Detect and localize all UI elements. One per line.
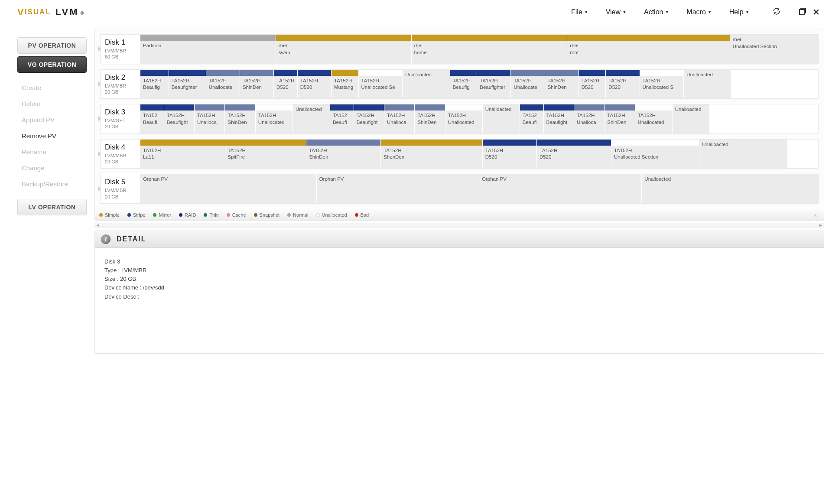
close-icon[interactable]: ✕ [812, 8, 820, 16]
disk-header[interactable]: Disk 4LVM/MBR20 GB [101, 140, 140, 169]
disk-row[interactable]: Disk 1LVM/MBR60 GBPartitionrhelswaprhelh… [100, 34, 819, 64]
partition[interactable]: Unalloacted [403, 70, 450, 99]
partition[interactable]: TA152HShinDen [604, 104, 635, 133]
partition[interactable]: TA152HD520 [274, 70, 298, 99]
partition[interactable]: Partition [140, 35, 276, 64]
partition[interactable]: TA152HUnallocate [206, 70, 240, 99]
partition[interactable]: TA152HSpitFire [225, 140, 307, 169]
sidebar-item-delete[interactable]: Delete [20, 96, 84, 112]
partition[interactable]: TA152HShinDen [306, 140, 381, 169]
disk-partitions: Orphan PVOrphan PVOrphan PVUnalloacted [140, 174, 818, 203]
partition-label: rhelUnallocated Section [730, 35, 818, 64]
partition[interactable]: TA152HShinDen [545, 70, 579, 99]
partition[interactable]: TA152HBeaufight [354, 104, 384, 133]
partition[interactable]: TA152HUnalloca [195, 104, 225, 133]
partition-label: TA152HUnallocated [445, 111, 482, 133]
partition-label: rhelroot [567, 41, 729, 64]
partition[interactable]: rhelswap [276, 35, 412, 64]
partition[interactable]: TA152HD520 [579, 70, 606, 99]
partition[interactable]: TA152HUnallocated Se [359, 70, 403, 99]
legend-label: Normal [293, 212, 308, 218]
partition[interactable]: Unalloacted [293, 104, 330, 133]
partition[interactable]: TA152HBeaufig [450, 70, 478, 99]
disk-row[interactable]: Disk 2LVM/MBR20 GBTA152HBeaufigTA152HBea… [100, 69, 819, 99]
disk-header[interactable]: Disk 2LVM/MBR20 GB [101, 70, 140, 99]
horizontal-scrollbar[interactable]: ◄ ► [94, 223, 824, 228]
partition[interactable]: TA152HD520 [537, 140, 611, 169]
partition-label: TA152HShinDen [240, 76, 273, 99]
partition[interactable]: TA152HUnalloca [384, 104, 415, 133]
sidebar-item-rename[interactable]: Rename [20, 144, 84, 160]
partition[interactable]: rhelroot [567, 35, 730, 64]
partition[interactable]: Orphan PV [479, 174, 642, 203]
scroll-left-icon[interactable]: ◄ [95, 223, 101, 228]
disk-size: 20 GB [105, 124, 136, 130]
vg-operation-group[interactable]: VG OPERATION [17, 56, 87, 73]
partition[interactable]: Unalloacted [483, 104, 520, 133]
partition-stripe [225, 104, 255, 111]
partition[interactable]: TA152HUnallocated [256, 104, 293, 133]
partition[interactable]: TA152Beaufi [140, 104, 164, 133]
refresh-icon[interactable] [773, 7, 780, 16]
partition[interactable]: TA152HBeaufighter [169, 70, 206, 99]
partition[interactable]: Unalloacted [673, 104, 710, 133]
sidebar-item-create[interactable]: Create [20, 80, 84, 96]
partition[interactable]: TA152HShinDen [240, 70, 274, 99]
legend-label: Simple [105, 212, 120, 218]
partition-label: TA152HShenDen [381, 146, 482, 169]
legend-item-mirror: Mirror [153, 212, 171, 218]
partition[interactable]: TA152HUnalloca [574, 104, 604, 133]
partition[interactable]: TA152HUnallocated Section [611, 140, 699, 169]
partition[interactable]: TA152HBeaufig [140, 70, 169, 99]
partition[interactable]: TA152HBeaufight [544, 104, 574, 133]
partition[interactable]: TA152HUnallocated [445, 104, 483, 133]
partition[interactable]: TA152HUnallocated [635, 104, 673, 133]
disk-header[interactable]: Disk 1LVM/MBR60 GB [101, 35, 140, 64]
partition[interactable]: Orphan PV [140, 174, 317, 203]
menu-view[interactable]: View▼ [606, 8, 627, 16]
partition[interactable]: rhelhome [412, 35, 568, 64]
partition[interactable]: TA152HShinDen [415, 104, 445, 133]
sidebar-item-remove-pv[interactable]: Remove PV [20, 128, 84, 144]
partition[interactable]: TA152HLa11 [140, 140, 225, 169]
sidebar-item-backup-restore[interactable]: Backup/Restore [20, 176, 84, 192]
partition[interactable]: TA152HMustang [332, 70, 359, 99]
disk-type: LVM/MBR [105, 83, 136, 89]
partition[interactable]: TA152HUnallocated S [640, 70, 684, 99]
menu-file[interactable]: File▼ [571, 8, 588, 16]
partition[interactable]: TA152HUnallocate [511, 70, 545, 99]
disk-header[interactable]: Disk 3LVM/GPT20 GB [101, 104, 140, 133]
lv-operation-group[interactable]: LV OPERATION [17, 199, 87, 215]
minimize-icon[interactable]: _ [786, 4, 793, 16]
partition[interactable]: Unalloacted [642, 174, 818, 203]
menu-action[interactable]: Action▼ [644, 8, 669, 16]
disk-row[interactable]: Disk 5LVM/MBR20 GBOrphan PVOrphan PVOrph… [100, 174, 819, 204]
partition[interactable]: TA152HShenDen [381, 140, 483, 169]
partition[interactable]: TA152HBeaufight [164, 104, 195, 133]
legend-dot [153, 213, 156, 217]
partition[interactable]: TA152HShinDen [225, 104, 255, 133]
partition[interactable]: TA152HD520 [606, 70, 640, 99]
partition[interactable]: TA152HBeaufighter [477, 70, 511, 99]
pv-operation-group[interactable]: PV OPERATION [17, 37, 87, 54]
partition[interactable]: Unalloacted [699, 140, 787, 169]
legend-collapse-icon[interactable]: « [813, 211, 819, 218]
legend-item-thin: Thin [204, 212, 218, 218]
menu-macro[interactable]: Macro▼ [686, 8, 712, 16]
maximize-icon[interactable] [799, 7, 806, 16]
partition[interactable]: Orphan PV [317, 174, 479, 203]
disk-row[interactable]: Disk 3LVM/GPT20 GBTA152BeaufiTA152HBeauf… [100, 104, 819, 134]
menu-help[interactable]: Help▼ [729, 8, 750, 16]
partition[interactable]: TA152HD520 [298, 70, 332, 99]
sidebar-item-append-pv[interactable]: Append PV [20, 112, 84, 128]
disk-row[interactable]: Disk 4LVM/MBR20 GBTA152HLa11TA152HSpitFi… [100, 139, 819, 169]
sidebar-item-change[interactable]: Change [20, 160, 84, 176]
partition[interactable]: rhelUnallocated Section [730, 35, 818, 64]
scroll-right-icon[interactable]: ► [818, 223, 824, 228]
partition[interactable]: Unalloacted [684, 70, 731, 99]
partition[interactable]: TA152HD520 [483, 140, 537, 169]
disk-header[interactable]: Disk 5LVM/MBR20 GB [101, 174, 140, 203]
partition[interactable]: TA152Beaufi [330, 104, 354, 133]
legend-label: Unallocated [322, 212, 347, 218]
partition[interactable]: TA152Beaufi [520, 104, 544, 133]
